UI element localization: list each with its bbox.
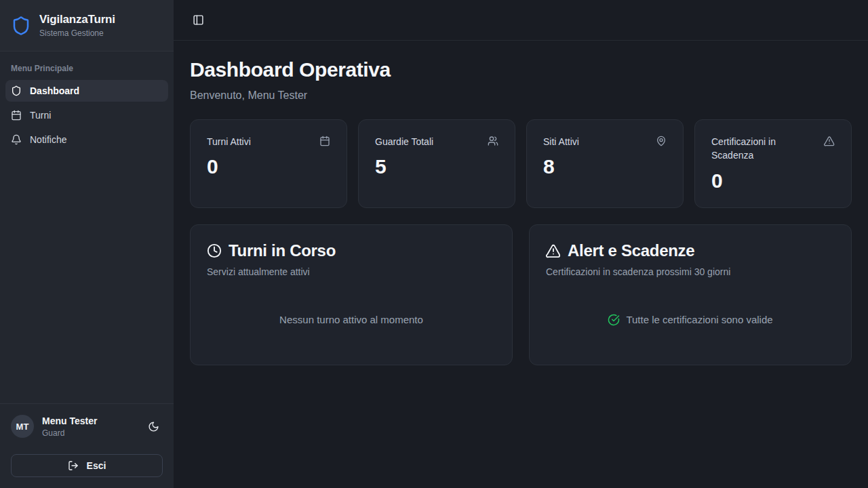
app-tagline: Sistema Gestione xyxy=(39,28,115,38)
panel-left-icon xyxy=(193,14,204,26)
log-out-icon xyxy=(68,460,79,471)
app-brand: VigilanzaTurni Sistema Gestione xyxy=(0,0,174,52)
stat-card-guardie-totali: Guardie Totali 5 xyxy=(358,119,515,208)
sidebar-item-label: Dashboard xyxy=(30,85,79,96)
panel-subtitle: Certificazioni in scadenza prossimi 30 g… xyxy=(546,266,835,277)
calendar-icon xyxy=(319,136,330,146)
sidebar-item-notifiche[interactable]: Notifiche xyxy=(5,129,168,150)
app-title: VigilanzaTurni xyxy=(39,13,115,26)
stat-value: 8 xyxy=(543,155,667,178)
calendar-icon xyxy=(11,110,22,121)
moon-icon xyxy=(148,421,159,432)
empty-state-text: Nessun turno attivo al momento xyxy=(279,314,423,325)
bell-icon xyxy=(11,134,22,145)
stat-label: Siti Attivi xyxy=(543,135,579,148)
stat-label: Guardie Totali xyxy=(375,135,433,148)
stat-value: 5 xyxy=(375,155,498,178)
stat-label: Turni Attivi xyxy=(207,135,251,148)
logout-label: Esci xyxy=(87,460,106,471)
page-title: Dashboard Operativa xyxy=(190,58,852,81)
page-subtitle: Benvenuto, Menu Tester xyxy=(190,89,852,102)
stat-card-siti-attivi: Siti Attivi 8 xyxy=(526,119,684,208)
stat-card-certificazioni: Certificazioni in Scadenza 0 xyxy=(694,119,852,208)
clock-icon xyxy=(207,243,222,258)
alert-triangle-icon xyxy=(546,243,561,258)
panel-subtitle: Servizi attualmente attivi xyxy=(207,266,496,277)
stats-grid: Turni Attivi 0 Guardie Totali 5 xyxy=(190,119,852,208)
alert-triangle-icon xyxy=(824,136,835,146)
theme-toggle-button[interactable] xyxy=(144,417,163,436)
page-content: Dashboard Operativa Benvenuto, Menu Test… xyxy=(174,41,868,383)
user-role: Guard xyxy=(42,428,97,438)
sidebar-item-turni[interactable]: Turni xyxy=(5,104,168,126)
user-info: MT Menu Tester Guard xyxy=(11,415,163,438)
sidebar-item-label: Turni xyxy=(30,110,51,121)
sidebar-nav: Dashboard Turni Notifiche xyxy=(0,80,174,150)
stat-card-turni-attivi: Turni Attivi 0 xyxy=(190,119,347,208)
avatar: MT xyxy=(11,415,34,438)
sidebar-item-dashboard[interactable]: Dashboard xyxy=(5,80,168,102)
sidebar-footer: MT Menu Tester Guard Esci xyxy=(0,403,174,488)
stat-value: 0 xyxy=(207,155,330,178)
panel-turni-in-corso: Turni in Corso Servizi attualmente attiv… xyxy=(190,224,513,365)
panel-alert-scadenze: Alert e Scadenze Certificazioni in scade… xyxy=(529,224,852,365)
sidebar: VigilanzaTurni Sistema Gestione Menu Pri… xyxy=(0,0,174,488)
sidebar-toggle-button[interactable] xyxy=(189,11,208,30)
main-area: Dashboard Operativa Benvenuto, Menu Test… xyxy=(174,0,868,488)
certifications-valid-message: Tutte le certificazioni sono valide xyxy=(546,314,835,326)
user-name: Menu Tester xyxy=(42,415,97,426)
logout-button[interactable]: Esci xyxy=(11,454,163,477)
users-icon xyxy=(488,136,498,146)
empty-state-text: Tutte le certificazioni sono valide xyxy=(626,314,772,325)
stat-value: 0 xyxy=(711,169,835,192)
sidebar-section-label: Menu Principale xyxy=(11,64,163,73)
map-pin-icon xyxy=(656,136,667,146)
panel-title: Alert e Scadenze xyxy=(568,241,694,260)
stat-label: Certificazioni in Scadenza xyxy=(711,135,817,163)
panel-title: Turni in Corso xyxy=(229,241,336,260)
panels-grid: Turni in Corso Servizi attualmente attiv… xyxy=(190,224,852,365)
shield-logo-icon xyxy=(11,16,31,36)
sidebar-item-label: Notifiche xyxy=(30,134,66,145)
shield-icon xyxy=(11,85,22,96)
circle-check-icon xyxy=(608,314,620,326)
empty-state-message: Nessun turno attivo al momento xyxy=(207,314,496,325)
topbar xyxy=(174,0,868,41)
